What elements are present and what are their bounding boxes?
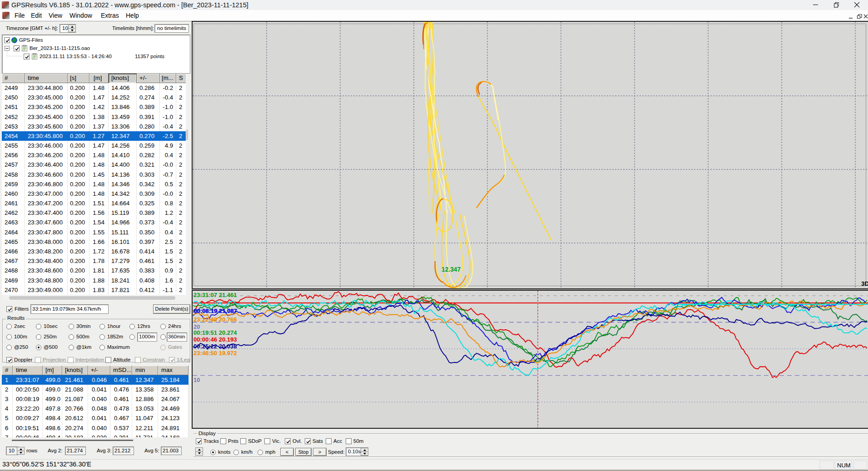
svg-text:00:08:19 21.087: 00:08:19 21.087: [194, 307, 237, 314]
svg-text:00:00:46 20.193: 00:00:46 20.193: [193, 336, 237, 343]
svg-text:3D: 3D: [861, 280, 868, 287]
svg-text:00:19:51 20.274: 00:19:51 20.274: [193, 329, 237, 336]
svg-text:12.347: 12.347: [441, 266, 461, 273]
svg-text:00:25:22 20.038: 00:25:22 20.038: [193, 343, 237, 350]
svg-text:23:22:20 20.766: 23:22:20 20.766: [193, 316, 237, 323]
svg-text:10: 10: [193, 377, 200, 383]
svg-text:23:46:50 19.972: 23:46:50 19.972: [193, 350, 237, 357]
svg-text:23:31:07 21.461: 23:31:07 21.461: [193, 292, 237, 298]
